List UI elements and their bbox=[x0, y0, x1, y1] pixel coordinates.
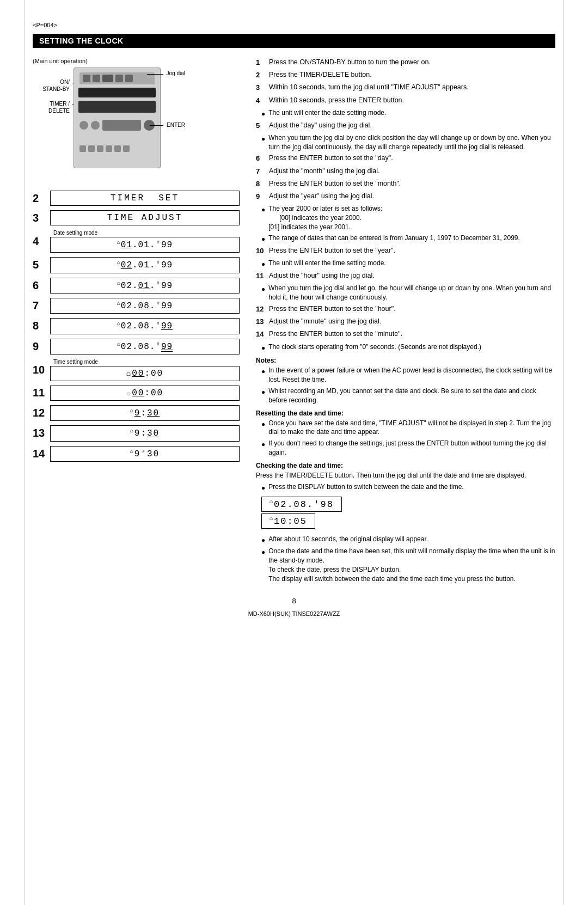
resetting-text-1: Once you have set the date and time, "TI… bbox=[268, 419, 555, 437]
after-note-1: ● After about 10 seconds, the original d… bbox=[261, 535, 555, 545]
step-3-wrap: TIME ADJUST bbox=[50, 210, 240, 225]
step-14-num: 14 bbox=[33, 448, 48, 460]
step-5-row: 5 ⌂02.01.'99 bbox=[33, 257, 240, 273]
resetting-text-2: If you don't need to change the settings… bbox=[268, 439, 555, 457]
instruction-text-11: Adjust the "hour" using the jog dial. bbox=[269, 271, 555, 281]
instruction-1: 1 Press the ON/STAND-BY button to turn t… bbox=[256, 58, 555, 68]
instruction-text-8: Press the ENTER button to set the "month… bbox=[269, 179, 555, 189]
note-2: ● Whilst recording an MD, you cannot set… bbox=[261, 387, 555, 405]
instruction-text-3: Within 10 seconds, turn the jog dial unt… bbox=[269, 83, 555, 93]
jog-dial-arrow bbox=[147, 74, 163, 75]
step-6-num: 6 bbox=[33, 279, 48, 292]
step-6-display: ⌂02.01.'99 bbox=[50, 278, 240, 293]
circ-btn1 bbox=[79, 121, 88, 130]
instruction-11: 11 Adjust the "hour" using the jog dial. bbox=[256, 271, 555, 281]
page-ref: <P=004> bbox=[33, 22, 555, 28]
step-11-row: 11 ☼00:00 bbox=[33, 386, 240, 401]
instruction-text-14: Press the ENTER button to set the "minut… bbox=[269, 329, 555, 339]
bullet-11a: ● When you turn the jog dial and let go,… bbox=[261, 284, 555, 302]
display-date-value: 02.08.'98 bbox=[274, 499, 334, 510]
middle-buttons bbox=[79, 117, 155, 133]
bullet-text-10a: The unit will enter the time setting mod… bbox=[268, 259, 385, 269]
instruction-text-2: Press the TIMER/DELETE button. bbox=[269, 70, 555, 80]
step-2-num: 2 bbox=[33, 192, 48, 205]
step-10-wrap: Time setting mode ⌂00:00 bbox=[50, 359, 240, 381]
section-title: SETTING THE CLOCK bbox=[33, 34, 555, 48]
after-note-text-1: After about 10 seconds, the original dis… bbox=[268, 535, 428, 545]
left-column: (Main unit operation) ON/STAND-BY TIMER … bbox=[33, 58, 240, 466]
checking-text: Press the TIMER/DELETE button. Then turn… bbox=[256, 471, 555, 480]
instruction-num-1: 1 bbox=[256, 58, 267, 68]
instruction-5: 5 Adjust the "day" using the jog dial. bbox=[256, 121, 555, 131]
note-1: ● In the event of a power failure or whe… bbox=[261, 366, 555, 384]
bullet-dot-9b: ● bbox=[261, 235, 265, 244]
checking-bullet-text: Press the DISPLAY button to switch betwe… bbox=[268, 482, 463, 493]
step-8-wrap: ⌂02.08.'99 bbox=[50, 318, 240, 334]
timer-delete-label: TIMER /DELETE bbox=[33, 100, 70, 114]
display-time-value: 10:05 bbox=[274, 516, 307, 527]
right-column: 1 Press the ON/STAND-BY button to turn t… bbox=[256, 58, 555, 586]
instruction-num-10: 10 bbox=[256, 246, 267, 256]
step-12-wrap: ⌂9:30 bbox=[50, 405, 240, 421]
step-11-display: ☼00:00 bbox=[50, 386, 240, 401]
instruction-num-12: 12 bbox=[256, 304, 267, 314]
instruction-num-6: 6 bbox=[256, 154, 267, 163]
display-time-box: ⌂10:05 bbox=[261, 513, 315, 529]
bullet-14a: ● The clock starts operating from "0" se… bbox=[261, 343, 555, 353]
bullet-text-4a: The unit will enter the date setting mod… bbox=[268, 108, 386, 119]
step-10-label: Time setting mode bbox=[53, 359, 240, 365]
step-13-display: ⌂9:30 bbox=[50, 425, 240, 441]
instruction-text-5: Adjust the "day" using the jog dial. bbox=[269, 121, 555, 131]
step-11-wrap: ☼00:00 bbox=[50, 386, 240, 401]
step-4-num: 4 bbox=[33, 235, 48, 248]
enter-arrow bbox=[150, 125, 163, 126]
after-note-dot-2: ● bbox=[261, 548, 265, 583]
instruction-text-12: Press the ENTER button to set the "hour"… bbox=[269, 304, 555, 314]
instruction-num-4: 4 bbox=[256, 96, 267, 106]
bullet-10a: ● The unit will enter the time setting m… bbox=[261, 259, 555, 269]
step-4-wrap: Date setting mode ⌂01.01.'99 bbox=[50, 230, 240, 253]
bottom-buttons bbox=[79, 138, 155, 160]
after-note-text-2: Once the date and the time have been set… bbox=[268, 547, 555, 583]
note-dot-2: ● bbox=[261, 388, 265, 405]
circ-btn2 bbox=[91, 121, 100, 130]
step-3-row: 3 TIME ADJUST bbox=[33, 210, 240, 225]
step-7-wrap: ⌂02.08.'99 bbox=[50, 298, 240, 314]
step-4-label: Date setting mode bbox=[53, 230, 240, 236]
step-3-num: 3 bbox=[33, 212, 48, 224]
instruction-text-7: Adjust the "month" using the jog dial. bbox=[269, 167, 555, 176]
step-14-display: ⌂9*30 bbox=[50, 446, 240, 462]
bb1 bbox=[79, 145, 86, 152]
note-dot-1: ● bbox=[261, 367, 265, 384]
instruction-text-1: Press the ON/STAND-BY button to turn the… bbox=[269, 58, 555, 68]
instruction-text-6: Press the ENTER button to set the "day". bbox=[269, 154, 555, 163]
instruction-num-13: 13 bbox=[256, 317, 267, 327]
resetting-2: ● If you don't need to change the settin… bbox=[261, 439, 555, 457]
instruction-text-9: Adjust the "year" using the jog dial. bbox=[269, 192, 555, 201]
checking-dot: ● bbox=[261, 484, 265, 493]
step-12-display: ⌂9:30 bbox=[50, 405, 240, 421]
footer-model: MD-X60H(SUK) TINSE0227AWZZ bbox=[33, 610, 555, 617]
checking-bullet: ● Press the DISPLAY button to switch bet… bbox=[261, 482, 555, 493]
notes-section: Notes: ● In the event of a power failure… bbox=[256, 357, 555, 405]
step-14-row: 14 ⌂9*30 bbox=[33, 446, 240, 462]
instruction-3: 3 Within 10 seconds, turn the jog dial u… bbox=[256, 83, 555, 93]
instruction-7: 7 Adjust the "month" using the jog dial. bbox=[256, 167, 555, 176]
note-text-2: Whilst recording an MD, you cannot set t… bbox=[268, 387, 555, 405]
instruction-4: 4 Within 10 seconds, press the ENTER but… bbox=[256, 96, 555, 106]
step-4-row: 4 Date setting mode ⌂01.01.'99 bbox=[33, 230, 240, 253]
instruction-12: 12 Press the ENTER button to set the "ho… bbox=[256, 304, 555, 314]
step-6-wrap: ⌂02.01.'99 bbox=[50, 278, 240, 293]
step-3-display: TIME ADJUST bbox=[50, 210, 240, 225]
sub-note-9a: [00] indicates the year 2000.[01] indica… bbox=[268, 214, 362, 231]
enter-label: ENTER bbox=[167, 122, 185, 128]
bullet-5a: ● When you turn the jog dial by one clic… bbox=[261, 133, 555, 152]
instruction-num-2: 2 bbox=[256, 70, 267, 80]
bullet-dot-11a: ● bbox=[261, 285, 265, 302]
device-slot bbox=[78, 101, 156, 113]
resetting-1: ● Once you have set the date and time, "… bbox=[261, 419, 555, 437]
instruction-num-9: 9 bbox=[256, 192, 267, 201]
top-buttons-row bbox=[79, 72, 155, 84]
instruction-6: 6 Press the ENTER button to set the "day… bbox=[256, 154, 555, 163]
device-label: (Main unit operation) bbox=[33, 58, 240, 64]
